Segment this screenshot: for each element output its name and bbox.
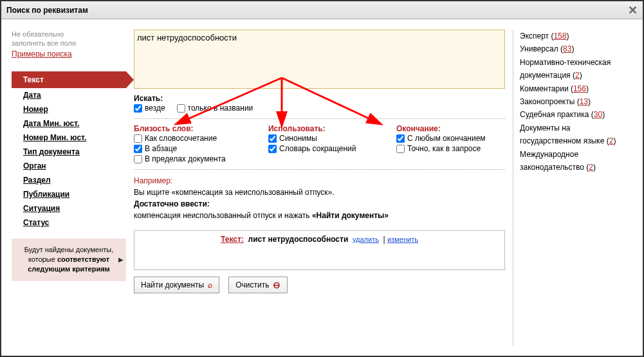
search-dialog: Поиск по реквизитам ✕ Не обязательно зап… bbox=[0, 0, 644, 357]
db-count[interactable]: 156 bbox=[573, 84, 586, 93]
window-title: Поиск по реквизитам bbox=[6, 6, 628, 15]
hint-line1: Не обязательно bbox=[12, 30, 126, 39]
chk-exact[interactable]: Точно, как в запросе bbox=[396, 143, 505, 154]
find-button[interactable]: Найти документы ⌕ bbox=[134, 277, 219, 293]
chk-abbrev[interactable]: Словарь сокращений bbox=[268, 143, 377, 154]
chk-everywhere[interactable]: везде bbox=[134, 103, 165, 113]
nav-status[interactable]: Статус bbox=[12, 215, 126, 230]
chk-document[interactable]: В пределах документа bbox=[134, 154, 249, 164]
example-block: Например: Вы ищите «компенсация за неисп… bbox=[134, 175, 505, 221]
db-item-3[interactable]: Комментарии (156) bbox=[520, 82, 632, 95]
query-wrap bbox=[134, 30, 505, 89]
ending-label: Окончание: bbox=[396, 124, 505, 133]
example-bold: Достаточно ввести: bbox=[134, 199, 210, 208]
db-item-7[interactable]: Международное законодательство (2) bbox=[520, 148, 632, 174]
nav-organ[interactable]: Орган bbox=[12, 159, 126, 173]
db-item-1[interactable]: Универсал (83) bbox=[520, 42, 632, 55]
examples-link[interactable]: Примеры поиска bbox=[12, 50, 72, 59]
titlebar: Поиск по реквизитам ✕ bbox=[1, 1, 643, 19]
db-item-5[interactable]: Судебная практика (30) bbox=[520, 108, 632, 121]
db-count[interactable]: 30 bbox=[594, 110, 602, 119]
db-item-2[interactable]: Нормативно-техническая документация (2) bbox=[520, 56, 632, 82]
clear-icon: ⊖ bbox=[273, 282, 281, 288]
criteria-edit[interactable]: изменить bbox=[387, 235, 418, 243]
db-count[interactable]: 2 bbox=[609, 136, 614, 145]
nav-doctype[interactable]: Тип документа bbox=[12, 145, 126, 159]
criteria-tag: Текст: bbox=[221, 235, 244, 244]
nav-section[interactable]: Раздел bbox=[12, 173, 126, 187]
hint-line2: заполнять все поля bbox=[12, 39, 126, 48]
note-line2: которые соответствуют bbox=[18, 255, 120, 264]
nav-number[interactable]: Номер bbox=[12, 102, 126, 116]
center-panel: Искать: везде только в названии Близость… bbox=[134, 30, 505, 345]
db-count[interactable]: 13 bbox=[580, 97, 588, 106]
use-label: Использовать: bbox=[268, 124, 377, 133]
search-label: Искать: bbox=[134, 94, 505, 103]
closeness-label: Близость слов: bbox=[134, 124, 249, 133]
clear-button[interactable]: Очистить ⊖ bbox=[228, 277, 288, 293]
close-icon[interactable]: ✕ bbox=[628, 3, 638, 17]
note-line1: Будут найдены документы, bbox=[18, 245, 120, 255]
db-item-4[interactable]: Законопроекты (13) bbox=[520, 95, 632, 108]
chk-phrase[interactable]: Как словосочетание bbox=[134, 133, 249, 143]
nav-situation[interactable]: Ситуация bbox=[12, 201, 126, 215]
nav-list: Текст Дата Номер Дата Мин. юст. Номер Ми… bbox=[12, 71, 126, 230]
example-label: Например: bbox=[134, 175, 505, 187]
criteria-delete[interactable]: удалить bbox=[353, 235, 379, 243]
db-count[interactable]: 2 bbox=[575, 71, 580, 80]
chk-synonyms[interactable]: Синонимы bbox=[268, 133, 377, 143]
nav-minjust-date[interactable]: Дата Мин. юст. bbox=[12, 116, 126, 131]
note-line3: следующим критериям bbox=[18, 264, 120, 274]
chevron-right-icon: ▶ bbox=[118, 255, 124, 264]
db-count[interactable]: 2 bbox=[589, 163, 593, 172]
nav-date[interactable]: Дата bbox=[12, 88, 126, 102]
chk-paragraph[interactable]: В абзаце bbox=[134, 143, 249, 154]
chk-anyending[interactable]: С любым окончанием bbox=[396, 133, 505, 143]
chk-title-only[interactable]: только в названии bbox=[177, 103, 253, 113]
db-count[interactable]: 83 bbox=[563, 44, 571, 53]
nav-pub[interactable]: Публикации bbox=[12, 187, 126, 201]
criteria-note[interactable]: Будут найдены документы, которые соответ… bbox=[12, 239, 126, 281]
criteria-box: Текст: лист нетрудоспособности удалить |… bbox=[134, 230, 505, 270]
example-line1: Вы ищите «компенсация за неиспользованны… bbox=[134, 187, 505, 198]
left-panel: Не обязательно заполнять все поля Пример… bbox=[12, 30, 126, 345]
nav-text[interactable]: Текст bbox=[12, 71, 126, 88]
query-input[interactable] bbox=[137, 33, 502, 86]
criteria-value: лист нетрудоспособности bbox=[248, 235, 349, 244]
example-line2: компенсация неиспользованный отпуск и на… bbox=[134, 210, 505, 221]
db-item-6[interactable]: Документы на государственном языке (2) bbox=[520, 122, 632, 148]
search-icon: ⌕ bbox=[208, 280, 212, 289]
nav-minjust-no[interactable]: Номер Мин. юст. bbox=[12, 131, 126, 145]
db-count[interactable]: 158 bbox=[553, 32, 566, 41]
db-item-0[interactable]: Эксперт (158) bbox=[520, 30, 632, 42]
right-panel: Эксперт (158)Универсал (83)Нормативно-те… bbox=[513, 30, 632, 345]
